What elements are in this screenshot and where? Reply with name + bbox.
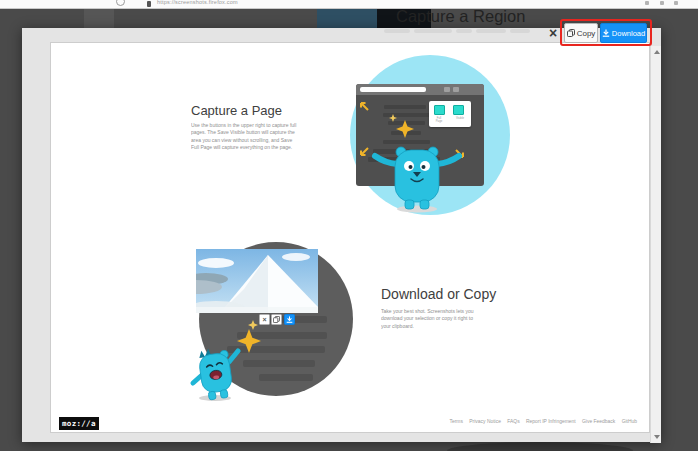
footer-link-report-ip[interactable]: Report IP Infringement (526, 419, 576, 425)
sparkle-icon (248, 320, 258, 330)
mozilla-logo[interactable]: moz://a (59, 417, 99, 430)
full-page-button-icon (434, 105, 445, 115)
ghost-text (510, 29, 530, 33)
dimmed-illustration-fragment (317, 8, 377, 28)
full-page-button-label: Full Page (434, 116, 445, 123)
ghost-text (456, 29, 472, 33)
illustration-window-button (444, 87, 450, 92)
close-button[interactable]: × (545, 25, 561, 41)
footer-link-faqs[interactable]: FAQs (507, 419, 519, 425)
illustration-cancel-button: × (259, 314, 270, 325)
screenshot-root: https://screenshots.firefox.com Capture … (0, 0, 698, 451)
url-text[interactable]: https://screenshots.firefox.com (157, 0, 238, 7)
expand-arrow-icon (359, 146, 370, 157)
footer-links: Terms Privacy Notice FAQs Report IP Infr… (444, 419, 637, 425)
download-icon (286, 316, 293, 323)
content-line (384, 105, 426, 109)
expand-arrow-icon (359, 101, 370, 112)
lock-icon (147, 1, 151, 7)
content-line (259, 374, 313, 381)
bookmark-star-icon[interactable] (660, 1, 664, 5)
background-page-title: Capture a Region (396, 7, 525, 26)
content-line (243, 360, 315, 367)
illustration-mountain-photo (196, 249, 318, 313)
section-body-capture-a-page: Use the buttons in the upper right to ca… (191, 121, 297, 151)
content-line (383, 140, 430, 144)
sparkle-icon (396, 120, 414, 138)
section-body-download-or-copy: Take your best shot. Screenshots lets yo… (381, 307, 479, 330)
scrollbar[interactable] (650, 46, 661, 443)
footer-link-github[interactable]: GitHub (622, 419, 637, 425)
mascot-waving (189, 348, 243, 402)
footer-link-terms[interactable]: Terms (449, 419, 462, 425)
scrollbar-up-arrow-icon[interactable] (654, 50, 660, 54)
mascot-cheering (371, 146, 463, 214)
scrollbar-down-arrow-icon[interactable] (654, 435, 660, 439)
section-heading-download-or-copy: Download or Copy (381, 286, 496, 302)
section-heading-capture-a-page: Capture a Page (191, 103, 282, 118)
annotation-highlight (560, 19, 652, 46)
dimmed-page-fragment (84, 8, 114, 28)
reload-icon[interactable] (116, 0, 125, 6)
illustration-window-urlbar (360, 87, 426, 92)
browser-address-bar: https://screenshots.firefox.com (0, 0, 698, 9)
visible-button-icon (453, 105, 464, 115)
menu-icon[interactable] (674, 1, 678, 5)
page-action-icon[interactable] (645, 1, 649, 5)
illustration-download-button (284, 314, 295, 325)
illustration-window-button (453, 87, 459, 92)
sparkle-icon (389, 114, 397, 122)
copy-icon (273, 316, 280, 323)
ghost-text (384, 29, 410, 33)
footer-link-feedback[interactable]: Give Feedback (582, 419, 615, 425)
illustration-capture-panel: Full Page Visible (429, 101, 471, 127)
illustration-copy-button (271, 314, 282, 325)
dimmed-bottom-shape (447, 442, 633, 451)
visible-button-label: Visible (455, 116, 466, 119)
preview-image-tutorial-page: Capture a Page Use the buttons in the up… (50, 42, 650, 433)
footer-link-privacy[interactable]: Privacy Notice (469, 419, 501, 425)
ghost-text (414, 29, 452, 33)
ghost-text (476, 29, 506, 33)
